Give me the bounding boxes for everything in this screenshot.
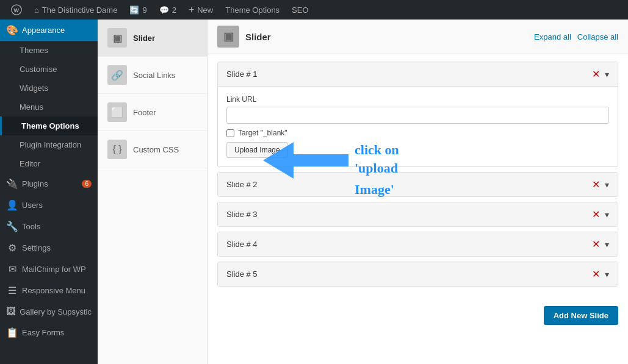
slide-3-header[interactable]: Slide # 3 ✕ ▾ — [218, 202, 618, 226]
home-icon: ⌂ — [34, 5, 39, 15]
gallery-icon: 🖼 — [6, 306, 16, 317]
mailchimp-icon: ✉ — [6, 263, 18, 275]
collapse-all-link[interactable]: Collapse all — [577, 32, 618, 41]
sub-sidebar-item-custom-css[interactable]: { } Custom CSS — [98, 131, 207, 168]
sidebar-item-menus[interactable]: Menus — [0, 98, 98, 116]
slider-icon: ▣ — [107, 28, 127, 48]
custom-css-icon: { } — [107, 140, 127, 159]
svg-text:click on: click on — [355, 142, 399, 157]
responsive-menu-icon: ☰ — [6, 285, 18, 296]
slide-2-toggle-icon[interactable]: ▾ — [605, 180, 609, 190]
sidebar-item-customise[interactable]: Customise — [0, 60, 98, 79]
slide-1-actions: ✕ ▾ — [592, 68, 609, 80]
slide-5-actions: ✕ ▾ — [592, 268, 609, 280]
slide-4-delete-icon[interactable]: ✕ — [592, 238, 600, 250]
slide-2-delete-icon[interactable]: ✕ — [592, 179, 600, 190]
comments-icon: 💬 — [159, 5, 169, 15]
sidebar-item-settings[interactable]: ⚙ Settings — [0, 237, 98, 259]
plus-icon: + — [189, 4, 194, 15]
slide-3-toggle-icon[interactable]: ▾ — [605, 210, 609, 219]
comments-button[interactable]: 💬 2 — [153, 0, 182, 20]
sidebar-item-appearance[interactable]: 🎨 Appearance — [0, 20, 98, 41]
appearance-icon: 🎨 — [6, 24, 18, 36]
social-links-icon: 🔗 — [107, 65, 127, 85]
slide-1-toggle-icon[interactable]: ▾ — [605, 70, 609, 79]
sidebar: 🎨 Appearance Themes Customise Widgets Me… — [0, 20, 98, 364]
slide-panel-4: Slide # 4 ✕ ▾ — [217, 232, 618, 257]
theme-options-bar-button[interactable]: Theme Options — [219, 0, 286, 20]
sub-sidebar-item-footer[interactable]: ⬜ Footer — [98, 94, 207, 131]
new-button[interactable]: + New — [182, 0, 219, 20]
panel-title: ▣ Slider — [217, 26, 271, 48]
home-button[interactable]: ⌂ The Distinctive Dame — [28, 0, 123, 20]
sidebar-item-plugin-integration[interactable]: Plugin Integration — [0, 135, 98, 154]
link-url-label: Link URL — [226, 95, 609, 104]
slide-3-delete-icon[interactable]: ✕ — [592, 209, 600, 220]
slide-1-label: Slide # 1 — [226, 70, 258, 79]
slide-3-actions: ✕ ▾ — [592, 209, 609, 220]
panel-header-actions: Expand all Collapse all — [534, 32, 618, 41]
slide-panel-1: Slide # 1 ✕ ▾ Link URL Target "_blank" — [217, 62, 618, 167]
slide-2-actions: ✕ ▾ — [592, 179, 609, 190]
target-blank-checkbox[interactable] — [226, 129, 234, 137]
easy-forms-icon: 📋 — [6, 327, 18, 338]
add-new-slide-button[interactable]: Add New Slide — [544, 306, 618, 325]
tools-icon: 🔧 — [6, 221, 18, 232]
slide-2-label: Slide # 2 — [226, 180, 258, 189]
slide-1-delete-icon[interactable]: ✕ — [592, 68, 600, 80]
main-panel: ▣ Slider Expand all Collapse all Slide #… — [208, 20, 628, 364]
sidebar-item-users[interactable]: 👤 Users — [0, 194, 98, 216]
upload-area: Upload Image — [226, 142, 288, 158]
slides-container: Slide # 1 ✕ ▾ Link URL Target "_blank" — [208, 54, 628, 299]
settings-icon: ⚙ — [6, 242, 18, 254]
slide-panel-2: Slide # 2 ✕ ▾ — [217, 172, 618, 197]
sidebar-item-plugins[interactable]: 🔌 Plugins 6 — [0, 173, 98, 194]
add-slide-area: Add New Slide — [208, 299, 628, 337]
link-url-input[interactable] — [226, 107, 609, 124]
slide-panel-5: Slide # 5 ✕ ▾ — [217, 262, 618, 287]
slide-4-header[interactable]: Slide # 4 ✕ ▾ — [218, 232, 618, 256]
sub-sidebar-item-social-links[interactable]: 🔗 Social Links — [98, 57, 207, 94]
expand-all-link[interactable]: Expand all — [534, 32, 571, 41]
slide-4-toggle-icon[interactable]: ▾ — [605, 240, 609, 249]
slide-4-label: Slide # 4 — [226, 240, 258, 249]
wp-logo-button[interactable]: W — [5, 0, 28, 20]
sidebar-item-theme-options[interactable]: Theme Options — [0, 116, 98, 135]
target-blank-label: Target "_blank" — [238, 129, 287, 137]
slide-5-toggle-icon[interactable]: ▾ — [605, 269, 609, 279]
sidebar-item-themes[interactable]: Themes — [0, 41, 98, 60]
updates-button[interactable]: 🔄 9 — [123, 0, 153, 20]
sidebar-item-mailchimp[interactable]: ✉ MailChimp for WP — [0, 259, 98, 280]
sidebar-item-easy-forms[interactable]: 📋 Easy Forms — [0, 322, 98, 343]
sidebar-item-gallery[interactable]: 🖼 Gallery by Supsystic — [0, 301, 98, 322]
slide-2-header[interactable]: Slide # 2 ✕ ▾ — [218, 173, 618, 196]
seo-button[interactable]: SEO — [286, 0, 314, 20]
content-area: ▣ Slider 🔗 Social Links ⬜ Footer { } Cus… — [98, 20, 628, 364]
slide-1-header[interactable]: Slide # 1 ✕ ▾ — [218, 62, 618, 87]
slide-5-header[interactable]: Slide # 5 ✕ ▾ — [218, 262, 618, 286]
target-blank-row: Target "_blank" — [226, 129, 609, 137]
slide-1-body: Link URL Target "_blank" Upload Image — [218, 87, 618, 166]
slide-5-delete-icon[interactable]: ✕ — [592, 268, 600, 280]
upload-image-button[interactable]: Upload Image — [226, 142, 288, 158]
plugins-icon: 🔌 — [6, 178, 18, 190]
slide-3-label: Slide # 3 — [226, 210, 258, 219]
sidebar-item-editor[interactable]: Editor — [0, 154, 98, 173]
main-layout: 🎨 Appearance Themes Customise Widgets Me… — [0, 20, 628, 364]
admin-bar: W ⌂ The Distinctive Dame 🔄 9 💬 2 + New T… — [0, 0, 628, 20]
slide-panel-3: Slide # 3 ✕ ▾ — [217, 202, 618, 227]
svg-text:W: W — [14, 7, 20, 13]
users-icon: 👤 — [6, 199, 18, 211]
slide-4-actions: ✕ ▾ — [592, 238, 609, 250]
sidebar-item-tools[interactable]: 🔧 Tools — [0, 216, 98, 237]
slider-panel-icon: ▣ — [217, 26, 239, 48]
sub-sidebar: ▣ Slider 🔗 Social Links ⬜ Footer { } Cus… — [98, 20, 208, 364]
plugins-badge: 6 — [82, 180, 92, 188]
footer-icon: ⬜ — [107, 102, 127, 122]
sidebar-item-widgets[interactable]: Widgets — [0, 79, 98, 98]
panel-header: ▣ Slider Expand all Collapse all — [208, 20, 628, 54]
sidebar-item-responsive-menu[interactable]: ☰ Responsive Menu — [0, 280, 98, 301]
updates-icon: 🔄 — [129, 5, 139, 15]
sub-sidebar-item-slider[interactable]: ▣ Slider — [98, 20, 207, 57]
slide-5-label: Slide # 5 — [226, 269, 258, 279]
